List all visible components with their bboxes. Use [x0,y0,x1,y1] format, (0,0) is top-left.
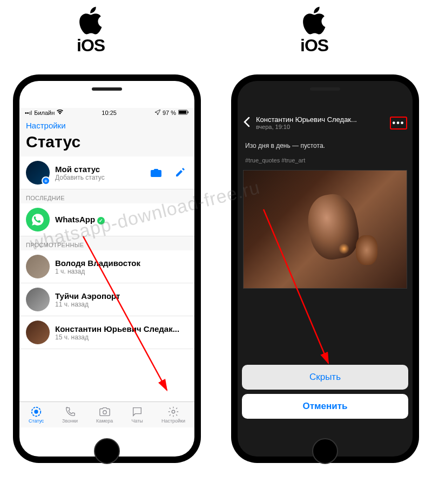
page-title: Статус [19,132,194,156]
apple-logo-icon [301,5,327,36]
tab-camera[interactable]: Камера [96,406,113,424]
section-recent: ПОСЛЕДНИЕ [19,189,194,203]
story-header: Константин Юрьевич Следак... вчера, 19:1… [238,108,413,134]
settings-link[interactable]: Настройки [26,121,66,130]
tab-label: Чаты [131,418,143,424]
whatsapp-avatar [26,208,50,231]
story-tags: #true_quotes #true_art [243,155,407,166]
cancel-button[interactable]: Отменить [242,394,408,419]
wifi-icon [57,110,63,116]
carrier-label: Билайн [34,110,55,116]
home-button[interactable] [312,438,338,464]
tab-label: Настройки [161,418,185,424]
camera-button[interactable] [148,165,164,181]
story-timestamp: вчера, 19:10 [256,124,384,130]
whatsapp-title: WhatsApp [55,215,188,224]
svg-point-5 [103,411,106,414]
contact-name: Володя Владивосток [55,258,188,268]
story-caption: Изо дня в день — пустота. [243,140,407,152]
svg-rect-2 [188,112,189,113]
ios-text: iOS [300,36,328,56]
back-button[interactable] [243,117,251,130]
ios-label-right: iOS [300,5,328,56]
phone-left: ••ıl Билайн 10:25 97 % [13,74,201,463]
signal-icon: ••ıl [25,110,32,116]
svg-point-4 [34,410,38,413]
tab-label: Статус [29,418,44,424]
screen-status-list: ••ıl Билайн 10:25 97 % [19,81,194,457]
ios-text: iOS [77,36,105,56]
battery-icon [178,110,189,116]
tab-chats[interactable]: Чаты [131,406,143,424]
ios-label-left: iOS [77,5,105,56]
avatar [26,255,50,278]
apple-logo-icon [78,5,104,36]
contact-time: 1 ч. назад [55,268,188,275]
hide-button[interactable]: Скрыть [242,365,408,390]
my-status-row[interactable]: + Мой статус Добавить статус [19,156,194,189]
contact-row-1[interactable]: Туйчи Аэропорт 11 ч. назад [19,283,194,316]
tab-label: Камера [96,418,113,424]
story-content[interactable]: Изо дня в день — пустота. #true_quotes #… [238,134,413,360]
story-author: Константин Юрьевич Следак... [256,115,384,124]
phone-right: Константин Юрьевич Следак... вчера, 19:1… [231,74,419,463]
svg-point-6 [172,410,175,413]
more-options-button[interactable]: ••• [390,117,407,130]
my-status-sub: Добавить статус [55,174,143,181]
contact-time: 11 ч. назад [55,301,188,308]
contact-time: 15 ч. назад [55,333,188,341]
my-avatar: + [26,161,50,185]
my-status-title: Мой статус [55,165,143,174]
section-viewed: ПРОСМОТРЕННЫЕ [19,236,194,250]
svg-rect-1 [179,111,186,114]
tab-label: Звонки [62,418,78,424]
avatar [26,288,50,311]
phone-speaker [310,87,340,91]
nav-header: Настройки [19,118,194,132]
phone-speaker [92,87,122,91]
action-sheet: Скрыть Отменить [238,360,413,427]
tab-calls[interactable]: Звонки [62,406,78,424]
plus-icon: + [42,176,50,185]
tab-settings[interactable]: Настройки [161,406,185,424]
tab-status[interactable]: Статус [29,406,44,424]
whatsapp-status-row[interactable]: WhatsApp [19,203,194,236]
battery-pct: 97 % [163,110,176,116]
story-image [243,170,407,289]
contact-name: Константин Юрьевич Следак... [55,324,188,333]
ios-status-bar: ••ıl Билайн 10:25 97 % [19,108,194,118]
edit-button[interactable] [172,165,188,181]
contact-row-0[interactable]: Володя Владивосток 1 ч. назад [19,250,194,283]
verified-icon [97,217,105,224]
clock: 10:25 [102,110,117,116]
home-button[interactable] [94,438,120,464]
avatar [26,321,50,344]
contact-row-2[interactable]: Константин Юрьевич Следак... 15 ч. назад [19,316,194,349]
location-icon [155,110,160,116]
contact-name: Туйчи Аэропорт [55,291,188,301]
screen-story-view: Константин Юрьевич Следак... вчера, 19:1… [238,81,413,457]
tab-bar: Статус Звонки Камера Чаты Настройки [19,401,194,427]
